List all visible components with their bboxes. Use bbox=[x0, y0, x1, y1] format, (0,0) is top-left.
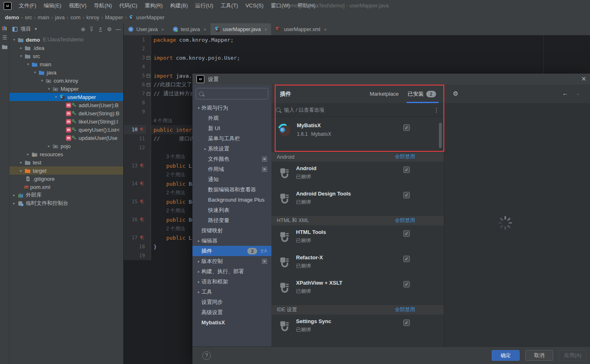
tree-item[interactable]: ▾java bbox=[9, 68, 123, 76]
usages-inlay-hint[interactable]: 2 个用法 bbox=[166, 225, 185, 232]
editor-tab[interactable]: CUser.java× bbox=[124, 23, 168, 35]
menu-item[interactable]: 编辑(E) bbox=[40, 0, 65, 11]
tab-close-icon[interactable]: × bbox=[203, 27, 206, 32]
close-icon[interactable]: ✕ bbox=[581, 75, 586, 83]
chevron-right-icon[interactable]: ▸ bbox=[18, 160, 24, 164]
settings-nav-item[interactable]: 快速列表 bbox=[192, 205, 271, 215]
plugin-enabled-checkbox[interactable]: ✓ bbox=[403, 281, 410, 288]
tree-item[interactable]: ▸外部库 bbox=[9, 191, 123, 199]
settings-nav-item[interactable]: 数据编辑器和查看器 bbox=[192, 184, 271, 195]
commit-toolwindow-icon[interactable] bbox=[2, 26, 7, 31]
gear-icon[interactable]: ⚙ bbox=[453, 90, 458, 97]
tree-item[interactable]: mqueryUser():List< bbox=[9, 126, 123, 134]
mybatis-line-marker-icon[interactable] bbox=[140, 199, 145, 204]
plugin-enabled-checkbox[interactable]: ✓ bbox=[403, 319, 410, 326]
settings-search-input[interactable] bbox=[206, 90, 256, 97]
tree-item[interactable]: ▸test bbox=[9, 158, 123, 166]
menu-item[interactable]: VCS(S) bbox=[242, 0, 267, 11]
breadcrumb-item[interactable]: src bbox=[25, 14, 32, 20]
menu-item[interactable]: 运行(U) bbox=[192, 0, 217, 11]
chevron-down-icon[interactable]: ▾ bbox=[11, 38, 17, 42]
menu-item[interactable]: 工具(T) bbox=[217, 0, 242, 11]
tab-close-icon[interactable]: × bbox=[161, 27, 164, 32]
tree-item[interactable]: ▸pojo bbox=[9, 142, 123, 150]
hide-panel-icon[interactable]: — bbox=[115, 26, 121, 32]
disable-all-link[interactable]: 全部禁用 bbox=[395, 306, 415, 313]
plugin-search-row[interactable]: ⋮ bbox=[271, 103, 444, 117]
help-button[interactable]: ? bbox=[202, 351, 211, 360]
tree-item[interactable]: mpom.xml bbox=[9, 183, 123, 191]
chevron-down-icon[interactable]: ▾ bbox=[39, 79, 45, 83]
tree-item[interactable]: mupdateUser(Use bbox=[9, 134, 123, 142]
menu-item[interactable]: 构建(B) bbox=[166, 0, 191, 11]
usages-inlay-hint[interactable]: 3 个用法 bbox=[166, 153, 185, 160]
settings-nav-item[interactable]: MybatisX bbox=[192, 317, 271, 328]
tree-item[interactable]: maddUser(User):B bbox=[9, 101, 123, 109]
structure-toolwindow-icon[interactable] bbox=[2, 35, 7, 40]
plugin-card[interactable]: HTML Tools已捆绑✓ bbox=[271, 225, 444, 251]
settings-nav-item[interactable]: 新 UI bbox=[192, 123, 271, 133]
plugin-card[interactable]: XPathView + XSLT已捆绑✓ bbox=[271, 276, 444, 301]
fold-marker-icon[interactable] bbox=[147, 56, 150, 60]
usages-inlay-hint[interactable]: 4 个用法 bbox=[154, 117, 172, 124]
expand-all-icon[interactable] bbox=[89, 27, 94, 32]
settings-nav-item[interactable]: ▸语言和框架 bbox=[192, 276, 271, 287]
fold-marker-icon[interactable] bbox=[147, 74, 150, 78]
mybatis-line-marker-icon[interactable] bbox=[140, 163, 145, 169]
breadcrumb-item[interactable]: demo bbox=[5, 14, 19, 20]
tree-item[interactable]: ▾src bbox=[9, 52, 123, 60]
tree-item[interactable]: ▾ userMapper bbox=[9, 93, 123, 101]
tree-item[interactable]: ▸target bbox=[9, 166, 123, 175]
tree-item[interactable]: mdelUser(String):B bbox=[9, 109, 123, 117]
chevron-down-icon[interactable]: ▾ bbox=[25, 62, 31, 66]
tab-marketplace[interactable]: Marketplace bbox=[370, 91, 399, 97]
tree-item[interactable]: ▸.idea bbox=[9, 44, 123, 52]
gear-icon[interactable]: ⚙ bbox=[107, 26, 112, 32]
settings-nav-item[interactable]: ▾外观与行为 bbox=[192, 103, 271, 113]
mybatis-line-marker-icon[interactable] bbox=[140, 235, 145, 240]
ok-button[interactable]: 确定 bbox=[492, 350, 520, 361]
mybatis-line-marker-icon[interactable] bbox=[140, 217, 145, 222]
plugin-enabled-checkbox[interactable]: ✓ bbox=[403, 230, 410, 237]
settings-nav-item[interactable]: 作用域 bbox=[192, 164, 271, 174]
locate-file-icon[interactable]: ⊕ bbox=[81, 26, 85, 32]
menu-item[interactable]: 导航(N) bbox=[90, 0, 115, 11]
chevron-right-icon[interactable]: ▸ bbox=[196, 290, 201, 294]
settings-nav-item[interactable]: 设置同步 bbox=[192, 297, 271, 307]
chevron-down-icon[interactable]: ▾ bbox=[196, 106, 201, 110]
chevron-right-icon[interactable]: ▸ bbox=[25, 152, 31, 156]
chevron-right-icon[interactable]: ▸ bbox=[11, 201, 17, 205]
plugin-enabled-checkbox[interactable]: ✓ bbox=[403, 192, 410, 198]
breadcrumb-item[interactable]: main bbox=[38, 14, 49, 20]
tree-item[interactable]: ▸resources bbox=[9, 150, 123, 158]
chevron-right-icon[interactable]: ▸ bbox=[196, 270, 201, 274]
editor-tab[interactable]: Ctest.java× bbox=[168, 23, 210, 35]
plugin-enabled-checkbox[interactable]: ✓ bbox=[403, 166, 410, 173]
settings-nav-item[interactable]: 路径变量 bbox=[192, 215, 271, 225]
tree-item[interactable]: ▾main bbox=[9, 60, 123, 68]
settings-nav-item[interactable]: ▸构建、执行、部署 bbox=[192, 266, 271, 276]
scrollbar-thumb[interactable] bbox=[439, 123, 442, 148]
chevron-right-icon[interactable]: ▸ bbox=[196, 259, 201, 263]
breadcrumb-item[interactable]: userMapper bbox=[129, 14, 165, 20]
settings-nav-item[interactable]: 通知 bbox=[192, 174, 271, 184]
back-arrow-icon[interactable]: ← bbox=[562, 90, 568, 97]
chevron-right-icon[interactable]: ▸ bbox=[196, 280, 201, 284]
chevron-right-icon[interactable]: ▸ bbox=[11, 193, 17, 197]
tab-close-icon[interactable]: × bbox=[324, 27, 326, 32]
menu-item[interactable]: 重构(R) bbox=[141, 0, 166, 11]
editor-tab[interactable]: userMapper.xml× bbox=[271, 23, 330, 35]
settings-search-box[interactable] bbox=[196, 88, 268, 99]
tree-item[interactable]: ▸临时文件和控制台 bbox=[9, 199, 123, 207]
chevron-right-icon[interactable]: ▸ bbox=[18, 46, 24, 50]
chevron-down-icon[interactable]: ▾ bbox=[46, 87, 52, 91]
settings-nav-item[interactable]: ▸编辑器 bbox=[192, 236, 271, 246]
plugin-enabled-checkbox[interactable]: ✓ bbox=[403, 256, 410, 262]
disable-all-link[interactable]: 全部禁用 bbox=[395, 217, 415, 224]
tree-item[interactable]: mlikeUser(String):l bbox=[9, 117, 123, 126]
settings-nav-item[interactable]: ▸工具 bbox=[192, 287, 271, 297]
settings-nav-item[interactable]: 文件颜色 bbox=[192, 154, 271, 164]
usages-inlay-hint[interactable]: 2 个用法 bbox=[166, 189, 185, 196]
cancel-button[interactable]: 取消 bbox=[525, 350, 553, 361]
disable-all-link[interactable]: 全部禁用 bbox=[395, 153, 415, 160]
